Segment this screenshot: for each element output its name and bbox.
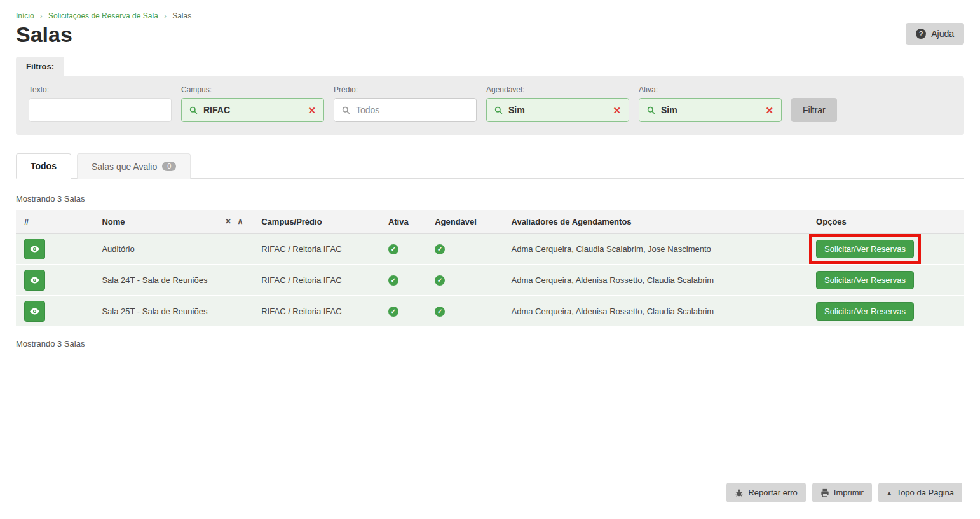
search-icon <box>647 106 655 114</box>
filter-texto: Texto: <box>29 85 172 122</box>
room-name: Auditório <box>93 234 253 265</box>
col-header-opcoes: Opções <box>808 210 964 234</box>
tab-avalio-badge: 0 <box>162 162 176 171</box>
filtrar-button[interactable]: Filtrar <box>791 98 837 122</box>
results-summary-top: Mostrando 3 Salas <box>16 194 964 204</box>
page-header: Salas ? Ajuda <box>16 23 964 46</box>
col-header-campus: Campus/Prédio <box>253 210 380 234</box>
texto-label: Texto: <box>29 85 172 94</box>
room-name: Sala 25T - Sala de Reuniões <box>93 296 253 328</box>
col-header-avaliadores: Avaliadores de Agendamentos <box>503 210 808 234</box>
imprimir-label: Imprimir <box>834 488 864 497</box>
check-circle-icon: ✓ <box>435 275 445 286</box>
filters-box: Texto: Campus: RIFAC ✕ Prédio: Todos <box>16 76 964 135</box>
clear-agendavel-icon[interactable]: ✕ <box>613 106 621 115</box>
tab-salas-que-avalio[interactable]: Salas que Avalio 0 <box>77 153 191 179</box>
solicitar-ver-reservas-button[interactable]: Solicitar/Ver Reservas <box>816 302 914 321</box>
room-evaluators: Adma Cerqueira, Aldenisa Rossetto, Claud… <box>503 265 808 296</box>
agendavel-label: Agendável: <box>486 85 629 94</box>
predio-select[interactable]: Todos <box>334 98 477 122</box>
page-container: Início › Solicitações de Reserva de Sala… <box>0 0 980 360</box>
predio-value: Todos <box>356 105 379 115</box>
check-circle-icon: ✓ <box>435 307 445 317</box>
room-campus: RIFAC / Reitoria IFAC <box>253 296 380 328</box>
ativa-value: Sim <box>661 105 677 115</box>
predio-label: Prédio: <box>334 85 477 94</box>
breadcrumb-separator: › <box>164 12 167 20</box>
agendavel-value: Sim <box>508 105 525 115</box>
reportar-erro-button[interactable]: Reportar erro <box>726 483 805 502</box>
reportar-erro-label: Reportar erro <box>748 488 797 497</box>
filter-campus: Campus: RIFAC ✕ <box>181 85 324 122</box>
col-header-ativa: Ativa <box>380 210 426 234</box>
breadcrumb-separator: › <box>40 12 43 20</box>
col-header-nome-label: Nome <box>102 217 125 226</box>
ativa-select[interactable]: Sim ✕ <box>639 98 782 122</box>
clear-ativa-icon[interactable]: ✕ <box>765 106 773 115</box>
bug-icon <box>735 488 744 497</box>
room-campus: RIFAC / Reitoria IFAC <box>253 265 380 296</box>
breadcrumb-item-salas: Salas <box>172 11 191 20</box>
topo-da-pagina-label: Topo da Página <box>897 488 954 497</box>
solicitar-ver-reservas-button[interactable]: Solicitar/Ver Reservas <box>816 240 914 258</box>
clear-sort-icon: ✕ <box>225 217 233 226</box>
search-icon <box>189 106 198 114</box>
search-icon <box>342 106 350 114</box>
table-row: Auditório RIFAC / Reitoria IFAC ✓ ✓ Adma… <box>16 234 964 265</box>
col-header-nome: Nome ✕ ∧ <box>93 210 253 234</box>
table-row: Sala 24T - Sala de Reuniões RIFAC / Reit… <box>16 265 964 296</box>
tab-todos[interactable]: Todos <box>16 153 71 179</box>
check-circle-icon: ✓ <box>388 275 398 286</box>
room-evaluators: Adma Cerqueira, Claudia Scalabrim, Jose … <box>503 234 808 265</box>
check-circle-icon: ✓ <box>388 307 398 317</box>
eye-icon <box>29 244 40 254</box>
question-circle-icon: ? <box>916 29 926 39</box>
sort-asc-icon: ∧ <box>237 217 245 226</box>
topo-da-pagina-button[interactable]: ▲ Topo da Página <box>878 483 962 502</box>
tab-todos-label: Todos <box>31 161 57 171</box>
room-name: Sala 24T - Sala de Reuniões <box>93 265 253 296</box>
filter-predio: Prédio: Todos <box>334 85 477 122</box>
room-campus: RIFAC / Reitoria IFAC <box>253 234 380 265</box>
ativa-label: Ativa: <box>639 85 782 94</box>
table-header-row: # Nome ✕ ∧ Campus/Prédio Ativa Agendável… <box>16 210 964 234</box>
tabbar: Todos Salas que Avalio 0 <box>16 153 964 179</box>
footer-actions: Reportar erro Imprimir ▲ Topo da Página <box>726 483 962 502</box>
annotation-highlight: Solicitar/Ver Reservas <box>809 234 921 264</box>
solicitar-ver-reservas-button[interactable]: Solicitar/Ver Reservas <box>816 271 914 289</box>
breadcrumb: Início › Solicitações de Reserva de Sala… <box>16 11 964 20</box>
table-row: Sala 25T - Sala de Reuniões RIFAC / Reit… <box>16 296 964 328</box>
view-room-button[interactable] <box>24 270 45 291</box>
results-summary-bottom: Mostrando 3 Salas <box>16 339 964 349</box>
view-room-button[interactable] <box>24 301 45 322</box>
campus-label: Campus: <box>181 85 324 94</box>
imprimir-button[interactable]: Imprimir <box>812 483 872 502</box>
breadcrumb-item-solicitacoes[interactable]: Solicitações de Reserva de Sala <box>48 11 158 20</box>
campus-select[interactable]: RIFAC ✕ <box>181 98 324 122</box>
help-button[interactable]: ? Ajuda <box>906 23 964 45</box>
clear-campus-icon[interactable]: ✕ <box>308 106 316 115</box>
view-room-button[interactable] <box>24 239 45 260</box>
filter-ativa: Ativa: Sim ✕ <box>639 85 782 122</box>
page-title: Salas <box>16 23 72 46</box>
filters-section: Filtros: Texto: Campus: RIFAC ✕ Prédio: … <box>16 57 964 135</box>
check-circle-icon: ✓ <box>435 244 445 254</box>
sort-icons[interactable]: ✕ ∧ <box>225 217 245 226</box>
tab-avalio-label: Salas que Avalio <box>92 162 157 172</box>
help-button-label: Ajuda <box>931 29 954 39</box>
eye-icon <box>29 306 40 317</box>
filters-legend: Filtros: <box>16 57 64 76</box>
breadcrumb-item-inicio[interactable]: Início <box>16 11 34 20</box>
col-header-num: # <box>16 210 93 234</box>
room-evaluators: Adma Cerqueira, Aldenisa Rossetto, Claud… <box>503 296 808 328</box>
col-header-agendavel: Agendável <box>426 210 503 234</box>
arrow-up-icon: ▲ <box>887 490 892 496</box>
filter-agendavel: Agendável: Sim ✕ <box>486 85 629 122</box>
agendavel-select[interactable]: Sim ✕ <box>486 98 629 122</box>
campus-value: RIFAC <box>203 105 230 115</box>
check-circle-icon: ✓ <box>388 244 398 254</box>
texto-input[interactable] <box>29 98 172 122</box>
search-icon <box>494 106 503 114</box>
eye-icon <box>29 275 40 286</box>
printer-icon <box>820 488 829 497</box>
